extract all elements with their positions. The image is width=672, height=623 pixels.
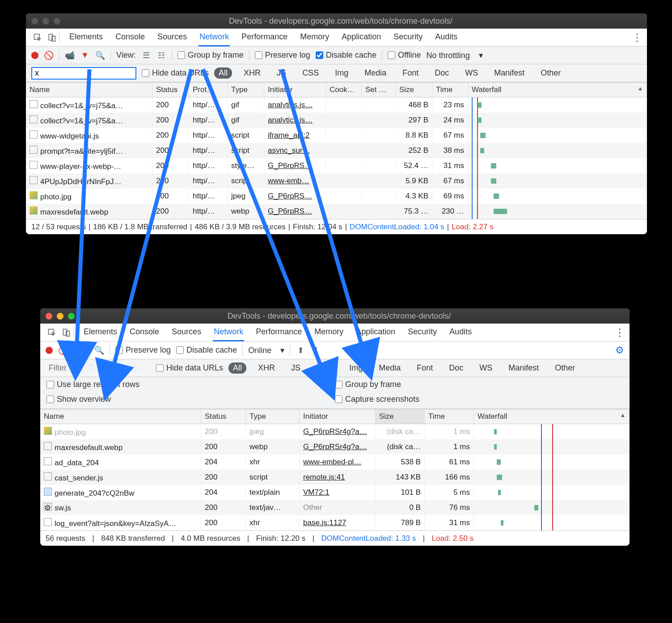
filter-type-font[interactable]: Font (398, 67, 423, 79)
initiator-link[interactable]: base.js:1127 (303, 518, 346, 527)
clear-icon[interactable]: 🚫 (58, 345, 68, 355)
filter-type-font[interactable]: Font (412, 362, 437, 374)
col-header[interactable]: Type (228, 83, 264, 97)
capture-screenshots[interactable]: Capture screenshots (335, 395, 623, 404)
tab-performance[interactable]: Performance (255, 324, 303, 341)
col-header[interactable]: Waterfall▲ (474, 409, 630, 424)
show-overview[interactable]: Show overview (46, 395, 335, 404)
tab-network[interactable]: Network (213, 324, 244, 341)
group-by-frame[interactable]: Group by frame (335, 380, 623, 389)
col-header[interactable]: Size (396, 83, 432, 97)
tab-console[interactable]: Console (129, 324, 160, 341)
filter-type-js[interactable]: JS (272, 67, 291, 79)
col-header[interactable]: Set … (362, 83, 396, 97)
table-row[interactable]: prompt?t=a&site=ylj5if…200http/…scriptas… (26, 143, 647, 158)
col-header[interactable]: Time (432, 83, 468, 97)
hide-data-urls[interactable]: Hide data URLs (142, 68, 209, 78)
inspect-icon[interactable] (33, 33, 42, 42)
search-icon[interactable]: 🔍 (95, 51, 105, 60)
tab-audits[interactable]: Audits (448, 324, 473, 341)
min-dot[interactable] (42, 18, 49, 25)
search-icon[interactable]: 🔍 (94, 345, 104, 355)
initiator-link[interactable]: G_P6rpRS… (268, 207, 312, 215)
inspect-icon[interactable] (47, 328, 56, 337)
filter-type-doc[interactable]: Doc (430, 67, 453, 79)
device-icon[interactable] (47, 33, 56, 42)
throttling-select[interactable]: Online ▾ (248, 345, 284, 355)
table-row[interactable]: cast_sender.js200scriptremote.js:41143 K… (40, 470, 630, 485)
initiator-link[interactable]: G_P6rpRS… (268, 192, 312, 200)
max-dot[interactable] (68, 313, 75, 320)
more-icon[interactable]: ⋮ (632, 31, 642, 44)
tab-elements[interactable]: Elements (68, 29, 104, 46)
record-icon[interactable] (46, 347, 53, 354)
tab-sources[interactable]: Sources (171, 324, 202, 341)
filter-input[interactable] (31, 67, 136, 80)
col-header[interactable]: Size (376, 409, 425, 424)
disable-cache[interactable]: Disable cache (176, 345, 237, 355)
clear-icon[interactable]: 🚫 (44, 51, 54, 60)
tab-security[interactable]: Security (393, 29, 423, 46)
table-row[interactable]: generate_204?cQ2nBw204text/plainVM72:110… (40, 485, 630, 500)
filter-type-xhr[interactable]: XHR (239, 67, 265, 79)
more-icon[interactable]: ⋮ (614, 326, 625, 339)
tab-memory[interactable]: Memory (299, 29, 330, 46)
filter-type-all[interactable]: All (214, 67, 232, 79)
filter-icon[interactable]: ▼ (80, 51, 90, 60)
record-icon[interactable] (31, 52, 38, 59)
table-row[interactable]: ⚙sw.js200text/jav…Other0 B76 ms (40, 500, 630, 515)
tab-sources[interactable]: Sources (156, 29, 188, 46)
col-header[interactable]: Initiator (300, 409, 376, 424)
overview-icon[interactable]: ☷ (156, 51, 166, 60)
throttling-select[interactable]: No throttling ▾ (427, 51, 483, 60)
initiator-link[interactable]: remote.js:41 (303, 473, 345, 481)
initiator-link[interactable]: analytics.js… (268, 101, 313, 109)
col-header[interactable]: Status (152, 83, 189, 97)
upload-icon[interactable]: ⬆ (296, 345, 305, 355)
initiator-link[interactable]: www-emb… (268, 177, 309, 185)
table-row[interactable]: ad_data_204204xhrwww-embed-pl…538 B61 ms (40, 455, 630, 470)
table-row[interactable]: collect?v=1&_v=j75&a…200http/…gifanalyti… (26, 97, 647, 113)
tab-elements[interactable]: Elements (83, 324, 118, 341)
group-by-frame[interactable]: Group by frame (178, 51, 244, 60)
col-header[interactable]: Initiator (264, 83, 326, 97)
filter-type-css[interactable]: CSS (298, 67, 323, 79)
initiator-link[interactable]: analytics.js… (268, 116, 313, 124)
filter-type-other[interactable]: Other (550, 362, 579, 374)
preserve-log[interactable]: Preserve log (255, 51, 310, 60)
filter-type-img[interactable]: Img (330, 67, 353, 79)
col-header[interactable]: Prot… (189, 83, 228, 97)
table-row[interactable]: collect?v=1&_v=j75&a…200http/…gifanalyti… (26, 113, 647, 128)
initiator-link[interactable]: www-embed-pl… (303, 458, 361, 466)
device-icon[interactable] (62, 328, 71, 337)
filter-type-doc[interactable]: Doc (444, 362, 468, 374)
table-row[interactable]: log_event?alt=json&key=AIzaSyA…200xhrbas… (40, 515, 630, 530)
disable-cache[interactable]: Disable cache (316, 51, 376, 60)
col-header[interactable]: Name (40, 409, 201, 424)
initiator-link[interactable]: G_P6rpRSr4g?a… (303, 427, 367, 436)
initiator-link[interactable]: iframe_api:2 (268, 131, 310, 139)
tab-network[interactable]: Network (199, 29, 230, 46)
tab-memory[interactable]: Memory (313, 324, 344, 341)
filter-type-img[interactable]: Img (345, 362, 367, 374)
camera-icon[interactable]: 📹 (65, 51, 75, 60)
download-icon[interactable]: ⬇ (311, 345, 321, 355)
filter-type-css[interactable]: CSS (312, 362, 338, 374)
filter-input[interactable] (46, 362, 151, 375)
large-request-rows[interactable]: Use large request rows (46, 380, 335, 389)
filter-type-media[interactable]: Media (360, 67, 391, 79)
settings-gear-icon[interactable]: ⚙ (615, 345, 624, 356)
initiator-link[interactable]: async_sur… (268, 146, 310, 155)
col-header[interactable]: Waterfall▲ (468, 83, 647, 97)
filter-type-ws[interactable]: WS (461, 67, 482, 79)
filter-type-ws[interactable]: WS (475, 362, 497, 374)
col-header[interactable]: Name (26, 83, 152, 97)
filter-type-media[interactable]: Media (374, 362, 405, 374)
table-row[interactable]: www-widgetapi.js200http/…scriptiframe_ap… (26, 128, 647, 143)
offline[interactable]: Offline (388, 51, 421, 60)
filter-type-manifest[interactable]: Manifest (490, 67, 529, 79)
table-row[interactable]: maxresdefault.webp200webpG_P6rpRSr4g?a…(… (40, 439, 630, 455)
preserve-log[interactable]: Preserve log (115, 345, 171, 355)
filter-type-other[interactable]: Other (536, 67, 565, 79)
close-dot[interactable] (31, 18, 38, 25)
